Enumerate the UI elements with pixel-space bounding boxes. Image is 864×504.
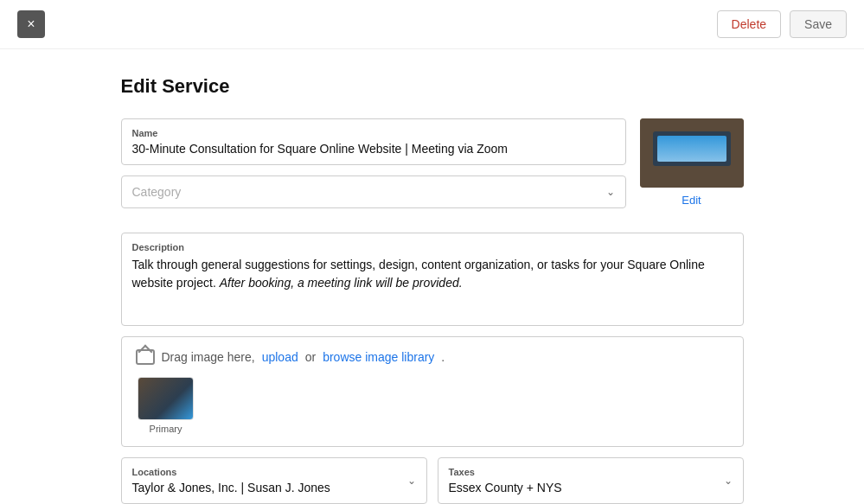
chevron-down-icon: ⌄ [724, 475, 733, 487]
close-icon: × [27, 16, 35, 32]
description-label: Description [132, 242, 733, 252]
taxes-value: Essex County + NYS [449, 481, 562, 494]
name-image-section: Name 30-Minute Consultation for Square O… [121, 118, 744, 219]
image-upload-area: Drag image here, upload or browse image … [121, 336, 744, 447]
upload-link[interactable]: upload [262, 350, 298, 364]
page-title: Edit Service [121, 75, 744, 98]
name-label: Name [132, 128, 615, 138]
drag-text: Drag image here, [162, 350, 255, 364]
chevron-down-icon: ⌄ [407, 475, 416, 487]
desk-scene-graphic [640, 118, 744, 188]
top-actions: Delete Save [717, 10, 847, 38]
primary-label: Primary [150, 424, 182, 434]
delete-button[interactable]: Delete [717, 10, 781, 38]
description-italic: After booking, a meeting link will be pr… [220, 276, 463, 290]
locations-taxes-row: Locations Taylor & Jones, Inc. | Susan J… [121, 457, 744, 504]
primary-image-container: Primary [136, 377, 196, 434]
service-thumbnail [640, 118, 744, 188]
upload-prompt: Drag image here, upload or browse image … [136, 349, 729, 365]
name-field-box[interactable]: Name 30-Minute Consultation for Square O… [121, 118, 626, 165]
locations-value: Taylor & Jones, Inc. | Susan J. Jones [132, 481, 330, 494]
chevron-down-icon: ⌄ [606, 186, 615, 198]
description-field-box[interactable]: Description Talk through general suggest… [121, 233, 744, 326]
taxes-group: Taxes Essex County + NYS [449, 467, 562, 494]
main-content: Edit Service Name 30-Minute Consultation… [104, 49, 761, 504]
taxes-field-box[interactable]: Taxes Essex County + NYS ⌄ [438, 457, 744, 504]
top-bar: × Delete Save [0, 0, 864, 49]
category-placeholder: Category [132, 185, 182, 199]
browse-library-link[interactable]: browse image library [323, 350, 434, 364]
locations-group: Locations Taylor & Jones, Inc. | Susan J… [132, 467, 330, 494]
description-value: Talk through general suggestions for set… [132, 256, 733, 316]
image-upload-icon [136, 349, 155, 365]
name-value: 30-Minute Consultation for Square Online… [132, 142, 615, 156]
locations-field-box[interactable]: Locations Taylor & Jones, Inc. | Susan J… [121, 457, 427, 504]
category-field-box[interactable]: Category ⌄ [121, 175, 626, 208]
taxes-label: Taxes [449, 467, 562, 477]
edit-image-link[interactable]: Edit [682, 194, 701, 207]
name-group: Name 30-Minute Consultation for Square O… [121, 118, 626, 219]
or-text: or [305, 350, 316, 364]
primary-thumbnail [138, 377, 194, 420]
close-button[interactable]: × [17, 10, 45, 38]
locations-label: Locations [132, 467, 330, 477]
image-box: Edit [640, 118, 744, 219]
edit-image-link-container: Edit [640, 193, 744, 207]
save-button[interactable]: Save [790, 10, 847, 38]
